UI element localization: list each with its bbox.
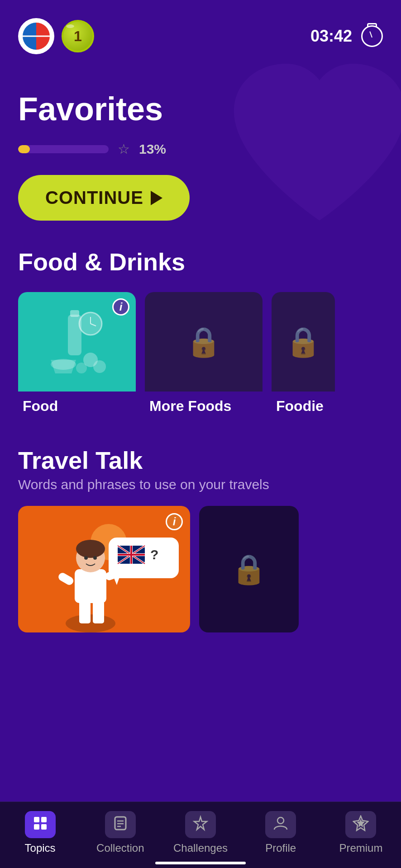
travel-card-info-badge[interactable]: i	[166, 513, 183, 530]
svg-rect-1	[70, 310, 79, 317]
travel-card-1[interactable]: ? i	[18, 506, 190, 632]
svg-rect-12	[93, 601, 104, 623]
food-drinks-title: Food & Drinks	[18, 248, 383, 276]
progress-bar-container	[18, 145, 109, 153]
progress-percent: 13%	[139, 142, 166, 157]
travel-section-header: Travel Talk Words and phrases to use on …	[0, 437, 401, 497]
topics-icon-box	[25, 811, 56, 838]
hero-section: Favorites ☆ 13% CONTINUE	[0, 63, 401, 239]
food-card-label: Food	[18, 392, 136, 419]
svg-point-15	[76, 540, 105, 558]
svg-text:?: ?	[150, 547, 158, 562]
food-card-info-badge[interactable]: i	[112, 298, 129, 316]
travel-title: Travel Talk	[18, 446, 383, 474]
foodie-card-image: 🔒	[272, 292, 335, 392]
more-foods-card-image: 🔒	[145, 292, 263, 392]
nav-item-collection[interactable]: Collection	[80, 802, 160, 859]
header-right: 03:42	[310, 25, 383, 47]
bottom-nav: Topics Collection Challenges	[0, 802, 401, 868]
more-foods-card[interactable]: 🔒 More Foods	[145, 292, 263, 419]
progress-row: ☆ 13%	[18, 141, 383, 157]
svg-point-17	[93, 556, 97, 560]
profile-nav-label: Profile	[265, 842, 296, 854]
premium-nav-label: Premium	[339, 842, 382, 854]
foodie-card-label: Foodie	[272, 392, 335, 419]
travel-cards-row: ? i 🔒	[0, 497, 401, 651]
svg-point-41	[277, 817, 284, 824]
travel-card-2[interactable]: 🔒	[199, 506, 299, 632]
home-indicator	[155, 862, 246, 864]
foodie-lock-icon: 🔒	[285, 325, 321, 359]
continue-label: CONTINUE	[45, 188, 143, 208]
level-number: 1	[74, 28, 82, 45]
travel-subtitle: Words and phrases to use on your travels	[18, 477, 383, 492]
collection-icon-box	[105, 811, 136, 838]
challenges-icon-box	[185, 811, 216, 838]
logo	[18, 18, 54, 54]
collection-nav-label: Collection	[96, 842, 144, 854]
food-card-image: i	[18, 292, 136, 392]
svg-point-7	[93, 360, 106, 373]
progress-star: ☆	[118, 141, 130, 157]
play-icon	[151, 191, 162, 205]
profile-icon-box	[265, 811, 296, 838]
svg-rect-18	[57, 571, 75, 586]
logo-inner	[23, 23, 50, 50]
app-header: 1 03:42	[0, 0, 401, 63]
timer-icon	[361, 25, 383, 47]
nav-item-premium[interactable]: Premium	[321, 802, 401, 859]
premium-icon	[353, 815, 369, 835]
svg-point-16	[84, 556, 88, 560]
level-badge: 1	[62, 20, 94, 52]
profile-icon	[272, 815, 289, 835]
lock-icon: 🔒	[186, 325, 222, 359]
svg-rect-34	[34, 824, 39, 830]
topics-nav-label: Topics	[25, 842, 56, 854]
svg-rect-35	[41, 824, 47, 830]
more-foods-card-label: More Foods	[145, 392, 263, 419]
food-cards-row: i Food 🔒 More Foods 🔒 Foodie	[0, 283, 401, 437]
nav-item-topics[interactable]: Topics	[0, 802, 80, 859]
time-display: 03:42	[310, 27, 352, 46]
header-left: 1	[18, 18, 94, 54]
foodie-card[interactable]: 🔒 Foodie	[272, 292, 335, 419]
food-card[interactable]: i Food	[18, 292, 136, 419]
svg-rect-32	[34, 817, 39, 822]
challenges-icon	[192, 815, 209, 835]
collection-icon	[112, 815, 129, 835]
favorites-title: Favorites	[18, 90, 383, 127]
svg-point-8	[76, 363, 87, 373]
premium-icon-box	[345, 811, 376, 838]
svg-marker-40	[194, 817, 207, 830]
food-drinks-section-header: Food & Drinks	[0, 239, 401, 283]
svg-rect-33	[41, 817, 47, 822]
challenges-nav-label: Challenges	[173, 842, 228, 854]
svg-rect-11	[79, 601, 91, 623]
topics-icon	[32, 815, 48, 835]
svg-marker-21	[113, 576, 120, 585]
travel-card-2-lock-icon: 🔒	[231, 552, 267, 586]
nav-item-challenges[interactable]: Challenges	[160, 802, 240, 859]
svg-rect-13	[75, 569, 106, 603]
nav-item-profile[interactable]: Profile	[241, 802, 321, 859]
continue-button[interactable]: CONTINUE	[18, 175, 190, 221]
progress-bar-fill	[18, 145, 30, 153]
